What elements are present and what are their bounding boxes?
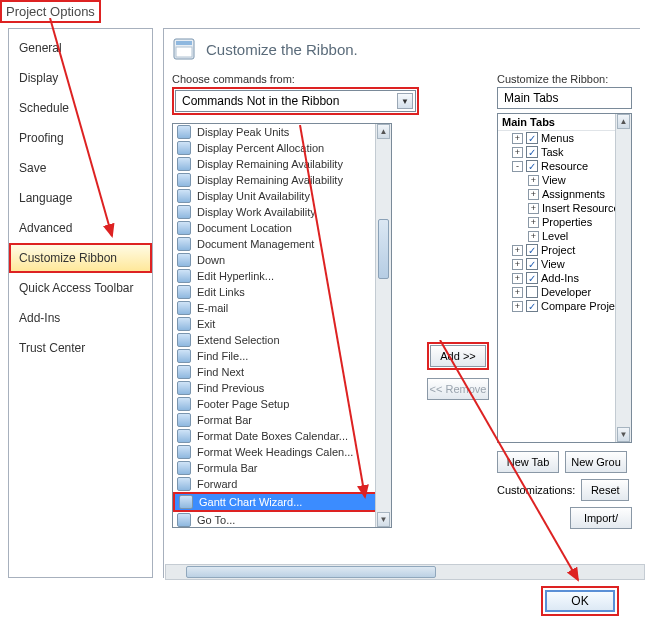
tree-expander[interactable]: + <box>528 203 539 214</box>
command-item[interactable]: Format Date Boxes Calendar... <box>173 428 391 444</box>
command-item[interactable]: Gantt Chart Wizard... <box>175 494 389 510</box>
tree-checkbox[interactable]: ✓ <box>526 160 538 172</box>
category-item[interactable]: Schedule <box>9 93 152 123</box>
command-icon <box>177 221 191 235</box>
tree-checkbox[interactable]: ✓ <box>526 258 538 270</box>
category-item[interactable]: Add-Ins <box>9 303 152 333</box>
tree-expander[interactable]: + <box>512 147 523 158</box>
content-header-title: Customize the Ribbon. <box>206 41 358 58</box>
tree-node[interactable]: +✓View <box>498 257 631 271</box>
chevron-down-icon[interactable]: ▼ <box>397 93 413 109</box>
tree-label: Menus <box>541 132 574 144</box>
tree-action-buttons: New Tab New Grou <box>497 451 632 473</box>
tree-node[interactable]: +Insert Resource <box>498 201 631 215</box>
tree-node[interactable]: +✓Project <box>498 243 631 257</box>
tree-expander[interactable]: - <box>512 161 523 172</box>
tree-expander[interactable]: + <box>512 133 523 144</box>
command-item[interactable]: Find File... <box>173 348 391 364</box>
tree-node[interactable]: +Level <box>498 229 631 243</box>
tree-expander[interactable]: + <box>512 245 523 256</box>
category-item[interactable]: General <box>9 33 152 63</box>
listbox-scrollbar[interactable]: ▲ ▼ <box>375 124 391 527</box>
content-pane: Customize the Ribbon. Choose commands fr… <box>163 28 640 578</box>
category-item[interactable]: Trust Center <box>9 333 152 363</box>
ok-button[interactable]: OK <box>545 590 615 612</box>
tree-expander[interactable]: + <box>512 301 523 312</box>
new-tab-button[interactable]: New Tab <box>497 451 559 473</box>
command-item[interactable]: Document Location <box>173 220 391 236</box>
tree-node[interactable]: -✓Resource <box>498 159 631 173</box>
tree-node[interactable]: +Assignments <box>498 187 631 201</box>
ribbon-header-icon <box>172 37 196 61</box>
category-item[interactable]: Quick Access Toolbar <box>9 273 152 303</box>
tree-expander[interactable]: + <box>528 189 539 200</box>
tree-node[interactable]: +✓Add-Ins <box>498 271 631 285</box>
category-item[interactable]: Language <box>9 183 152 213</box>
scroll-up-button[interactable]: ▲ <box>617 114 630 129</box>
command-label: Edit Links <box>197 286 245 298</box>
tree-expander[interactable]: + <box>512 273 523 284</box>
command-item[interactable]: Edit Hyperlink... <box>173 268 391 284</box>
tree-checkbox[interactable] <box>526 286 538 298</box>
category-item[interactable]: Save <box>9 153 152 183</box>
tree-checkbox[interactable]: ✓ <box>526 300 538 312</box>
command-item[interactable]: Forward <box>173 476 391 492</box>
category-item[interactable]: Advanced <box>9 213 152 243</box>
tree-checkbox[interactable]: ✓ <box>526 146 538 158</box>
command-item[interactable]: Document Management <box>173 236 391 252</box>
scroll-down-button[interactable]: ▼ <box>617 427 630 442</box>
tree-scrollbar[interactable]: ▲ ▼ <box>615 114 631 442</box>
tree-node[interactable]: +Properties <box>498 215 631 229</box>
import-export-button[interactable]: Import/ <box>570 507 632 529</box>
tree-checkbox[interactable]: ✓ <box>526 132 538 144</box>
command-item[interactable]: Display Percent Allocation <box>173 140 391 156</box>
ribbon-tree[interactable]: Main Tabs +✓Menus+✓Task-✓Resource+View+A… <box>497 113 632 443</box>
scroll-down-button[interactable]: ▼ <box>377 512 390 527</box>
new-group-button[interactable]: New Grou <box>565 451 627 473</box>
tree-expander[interactable]: + <box>512 259 523 270</box>
tree-expander[interactable]: + <box>528 231 539 242</box>
command-item[interactable]: E-mail <box>173 300 391 316</box>
ribbon-scope-combo[interactable]: Main Tabs <box>497 87 632 109</box>
command-item[interactable]: Display Peak Units <box>173 124 391 140</box>
command-item[interactable]: Format Week Headings Calen... <box>173 444 391 460</box>
scroll-up-button[interactable]: ▲ <box>377 124 390 139</box>
category-item[interactable]: Proofing <box>9 123 152 153</box>
command-item[interactable]: Extend Selection <box>173 332 391 348</box>
category-item[interactable]: Display <box>9 63 152 93</box>
command-item[interactable]: Display Work Availability <box>173 204 391 220</box>
command-item[interactable]: Display Unit Availability <box>173 188 391 204</box>
command-item[interactable]: Go To... <box>173 512 391 528</box>
scroll-thumb[interactable] <box>378 219 389 279</box>
tree-checkbox[interactable]: ✓ <box>526 272 538 284</box>
svg-rect-2 <box>176 47 192 57</box>
command-item[interactable]: Find Previous <box>173 380 391 396</box>
horizontal-scroll-thumb[interactable] <box>186 566 436 578</box>
tree-node[interactable]: +✓Compare Projects <box>498 299 631 313</box>
command-item[interactable]: Formula Bar <box>173 460 391 476</box>
command-item[interactable]: Display Remaining Availability <box>173 172 391 188</box>
tree-node[interactable]: +Developer <box>498 285 631 299</box>
command-item[interactable]: Footer Page Setup <box>173 396 391 412</box>
add-button[interactable]: Add >> <box>430 345 486 367</box>
tree-node[interactable]: +View <box>498 173 631 187</box>
tree-expander[interactable]: + <box>528 217 539 228</box>
command-label: Display Peak Units <box>197 126 289 138</box>
command-item[interactable]: Edit Links <box>173 284 391 300</box>
command-item[interactable]: Down <box>173 252 391 268</box>
choose-commands-combo[interactable]: Commands Not in the Ribbon ▼ <box>175 90 416 112</box>
tree-checkbox[interactable]: ✓ <box>526 244 538 256</box>
tree-node[interactable]: +✓Task <box>498 145 631 159</box>
reset-button[interactable]: Reset <box>581 479 629 501</box>
tree-expander[interactable]: + <box>528 175 539 186</box>
tree-expander[interactable]: + <box>512 287 523 298</box>
command-label: Edit Hyperlink... <box>197 270 274 282</box>
commands-listbox[interactable]: Display Peak UnitsDisplay Percent Alloca… <box>172 123 392 528</box>
category-item[interactable]: Customize Ribbon <box>9 243 152 273</box>
command-item[interactable]: Display Remaining Availability <box>173 156 391 172</box>
command-item[interactable]: Exit <box>173 316 391 332</box>
tree-node[interactable]: +✓Menus <box>498 131 631 145</box>
command-item[interactable]: Find Next <box>173 364 391 380</box>
horizontal-scrollbar[interactable] <box>165 564 645 580</box>
command-item[interactable]: Format Bar <box>173 412 391 428</box>
